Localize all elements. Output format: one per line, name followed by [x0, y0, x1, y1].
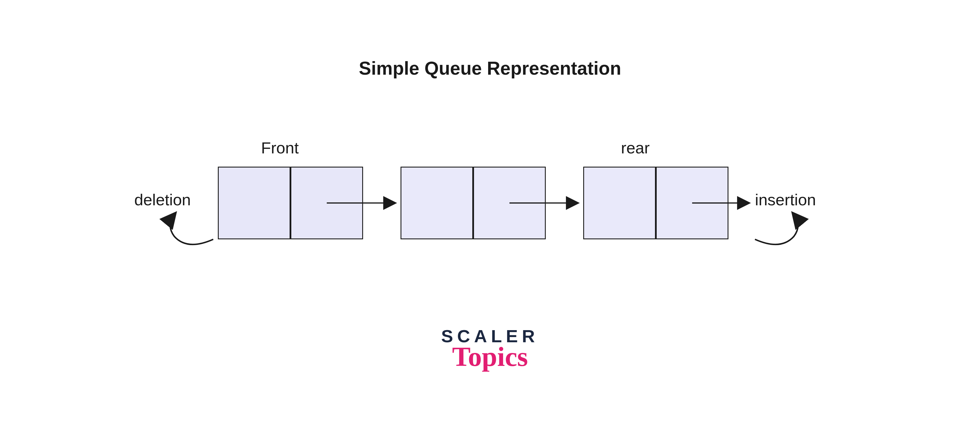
front-label: Front [261, 139, 299, 157]
queue-node-3-next [656, 167, 729, 239]
rear-label: rear [621, 139, 650, 157]
deletion-curve-icon [170, 214, 213, 244]
queue-node-3-data [583, 167, 656, 239]
brand-logo: SCALER Topics [0, 326, 980, 373]
insertion-label: insertion [755, 190, 816, 209]
deletion-label: deletion [134, 190, 191, 209]
queue-node-1-data [218, 167, 290, 239]
queue-node-1-next [290, 167, 363, 239]
logo-topics-text: Topics [0, 341, 980, 373]
queue-node-2-next [473, 167, 546, 239]
queue-node-2-data [401, 167, 473, 239]
diagram-canvas: Simple Queue Representation Front rear d… [0, 0, 980, 440]
insertion-curve-icon [755, 214, 798, 244]
diagram-title: Simple Queue Representation [0, 58, 980, 79]
